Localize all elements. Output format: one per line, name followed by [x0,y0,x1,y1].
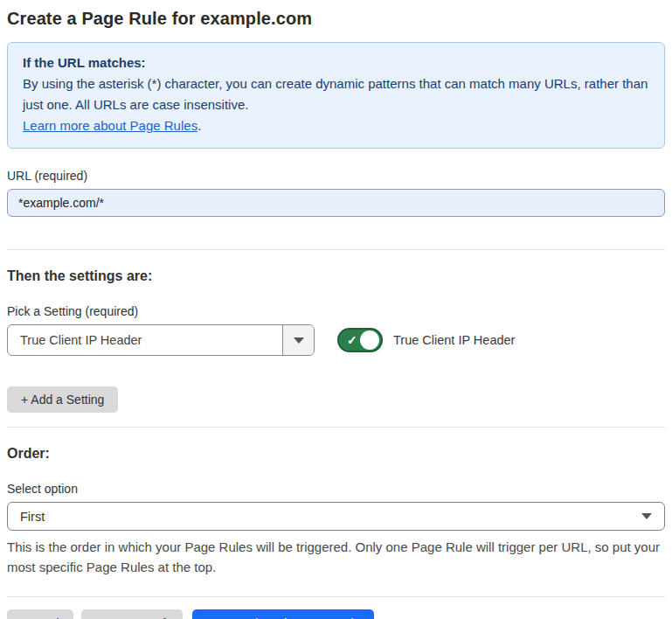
url-match-info-box: If the URL matches: By using the asteris… [7,42,665,149]
order-help-text: This is the order in which your Page Rul… [7,537,665,577]
url-input[interactable] [7,189,665,217]
setting-select-value: True Client IP Header [8,325,282,355]
order-select[interactable]: First [7,502,665,531]
chevron-down-icon [641,513,652,519]
order-section-heading: Order: [7,446,665,462]
link-suffix: . [197,118,201,133]
section-divider [7,427,665,428]
learn-more-link[interactable]: Learn more about Page Rules [23,118,197,133]
save-and-deploy-button[interactable]: Save and Deploy Page Rule [192,609,374,619]
chevron-down-icon [294,337,304,344]
footer-divider [7,596,665,597]
add-setting-button[interactable]: + Add a Setting [7,386,118,413]
true-client-ip-toggle[interactable]: ✓ [337,328,383,352]
save-as-draft-button[interactable]: Save as Draft [81,609,184,619]
pick-setting-label: Pick a Setting (required) [7,304,665,318]
url-field-label: URL (required) [7,169,665,183]
info-box-link-line: Learn more about Page Rules. [23,115,649,136]
setting-select[interactable]: True Client IP Header [7,324,315,356]
settings-section-heading: Then the settings are: [7,268,665,284]
create-page-rule-form: Create a Page Rule for example.com If th… [0,0,672,619]
section-divider [7,249,665,250]
footer-buttons: Cancel Save as Draft Save and Deploy Pag… [7,609,665,619]
toggle-label: True Client IP Header [393,333,515,347]
toggle-knob [360,330,379,350]
info-box-body: By using the asterisk (*) character, you… [23,73,649,115]
order-select-value: First [20,510,45,524]
setting-select-arrow-button[interactable] [282,325,314,355]
info-box-heading: If the URL matches: [23,52,649,73]
page-title: Create a Page Rule for example.com [7,9,665,29]
check-icon: ✓ [347,332,357,348]
cancel-button[interactable]: Cancel [7,609,73,619]
setting-row: True Client IP Header ✓ True Client IP H… [7,324,665,356]
order-select-label: Select option [7,482,665,496]
